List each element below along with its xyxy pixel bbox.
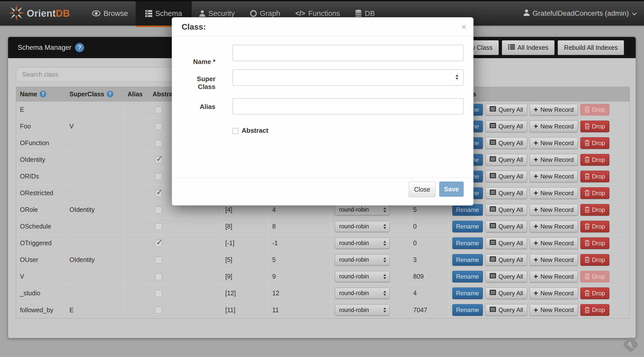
schema-icon [145,10,152,17]
all-indexes-button[interactable]: All Indexes [502,40,555,55]
abstract-checkbox[interactable] [232,128,238,134]
abstract-checkbox[interactable] [155,273,162,280]
cluster-selection-select[interactable]: round-robin [335,254,390,265]
help-icon[interactable]: ? [40,91,46,97]
abstract-checkbox[interactable]: ✓ [155,240,162,247]
chevron-down-icon [632,9,637,17]
drop-button[interactable]: Drop [580,137,609,149]
query-all-button[interactable]: Query All [485,104,527,116]
new-record-button[interactable]: +New Record [530,187,578,199]
drop-button[interactable]: Drop [580,304,609,316]
cluster-selection-select[interactable]: round-robin [335,304,390,316]
query-all-button[interactable]: Query All [485,221,527,232]
query-all-button[interactable]: Query All [485,137,527,149]
list-icon [489,189,496,197]
rename-button[interactable]: Rename [452,287,483,299]
query-all-button[interactable]: Query All [485,254,527,266]
new-record-button[interactable]: +New Record [530,104,578,116]
abstract-checkbox[interactable] [155,306,162,314]
new-record-button[interactable]: +New Record [530,237,578,249]
rename-button[interactable]: Rename [452,304,483,316]
new-record-button[interactable]: +New Record [530,254,578,266]
query-all-button[interactable]: Query All [485,204,527,216]
drop-button[interactable]: Drop [580,287,609,299]
new-record-label: New Record [540,290,574,297]
save-button[interactable]: Save [439,182,464,197]
drop-button[interactable]: Drop [580,271,609,282]
drop-button[interactable]: Drop [580,104,609,116]
new-record-label: New Record [540,240,574,247]
plus-icon: + [534,306,538,314]
new-record-button[interactable]: +New Record [530,271,578,282]
new-record-button[interactable]: +New Record [530,137,578,149]
cluster-selection-select[interactable]: round-robin [335,271,390,282]
new-record-button[interactable]: +New Record [530,121,578,132]
new-record-label: New Record [540,140,574,147]
new-record-button[interactable]: +New Record [530,204,578,216]
help-icon[interactable]: ? [75,43,84,52]
list-icon [489,106,496,113]
modal-footer: Close Save [172,178,473,206]
superclass-select[interactable] [232,69,464,86]
cluster-selection-value: round-robin [339,256,369,263]
records-cell: 3 [411,252,449,268]
abstract-checkbox[interactable] [155,106,162,113]
drop-button[interactable]: Drop [580,187,609,199]
abstract-checkbox[interactable] [155,290,162,297]
query-all-button[interactable]: Query All [485,171,527,182]
abstract-checkbox[interactable] [155,206,162,213]
query-all-button[interactable]: Query All [485,154,527,166]
new-record-button[interactable]: +New Record [530,171,578,182]
abstract-checkbox[interactable] [155,256,162,263]
query-all-button[interactable]: Query All [485,121,527,132]
rename-button[interactable]: Rename [452,271,483,282]
new-record-button[interactable]: +New Record [530,221,578,232]
abstract-checkbox[interactable] [155,123,162,130]
rename-button[interactable]: Rename [452,254,483,266]
new-record-button[interactable]: +New Record [530,304,578,316]
drop-button[interactable]: Drop [580,154,609,166]
query-all-button[interactable]: Query All [485,304,527,316]
query-all-button[interactable]: Query All [485,237,527,249]
class-name-field[interactable] [232,45,464,61]
close-icon[interactable]: × [461,23,466,31]
abstract-checkbox[interactable] [155,140,162,147]
tab-browse[interactable]: Browse [84,1,136,26]
class-name: ORestricted [20,189,53,197]
actions-cell: RenameQuery All+New RecordDrop [449,185,629,201]
list-icon [489,256,496,263]
new-record-label: New Record [540,190,574,197]
query-all-button[interactable]: Query All [485,271,527,282]
user-menu[interactable]: GratefulDeadConcerts (admin) [524,1,644,26]
query-all-button[interactable]: Query All [485,187,527,199]
close-button[interactable]: Close [409,182,436,197]
drop-button[interactable]: Drop [580,237,609,249]
actions-cell: RenameQuery All+New RecordDrop [449,168,629,185]
drop-button[interactable]: Drop [580,221,609,232]
class-alias-field[interactable] [232,98,464,115]
orientdb-logo[interactable]: OrientDB [0,1,84,26]
drop-button[interactable]: Drop [580,254,609,266]
query-all-button[interactable]: Query All [485,287,527,299]
drop-button[interactable]: Drop [580,204,609,216]
abstract-checkbox[interactable]: ✓ [155,156,162,163]
abstract-checkbox[interactable] [155,223,162,230]
abstract-checkbox[interactable] [155,173,162,180]
rebuild-all-indexes-button[interactable]: Rebuild All Indexes [558,40,624,55]
new-record-button[interactable]: +New Record [530,154,578,166]
cluster-selection-cell: round-robin [331,235,411,251]
help-icon[interactable]: ? [107,91,113,97]
alias-cell [124,151,149,168]
plus-icon: + [534,189,538,197]
abstract-checkbox[interactable]: ✓ [155,190,162,197]
cluster-selection-select[interactable]: round-robin [335,238,390,249]
class-name-cell: ORole [16,202,66,218]
cluster-selection-select[interactable]: round-robin [335,288,390,299]
cluster-selection-select[interactable]: round-robin [335,221,390,232]
drop-button[interactable]: Drop [580,121,609,132]
rename-button[interactable]: Rename [452,221,483,232]
default-cluster-cell: 12 [268,285,331,301]
drop-button[interactable]: Drop [580,171,609,182]
new-record-button[interactable]: +New Record [530,287,578,299]
rename-button[interactable]: Rename [452,237,483,249]
